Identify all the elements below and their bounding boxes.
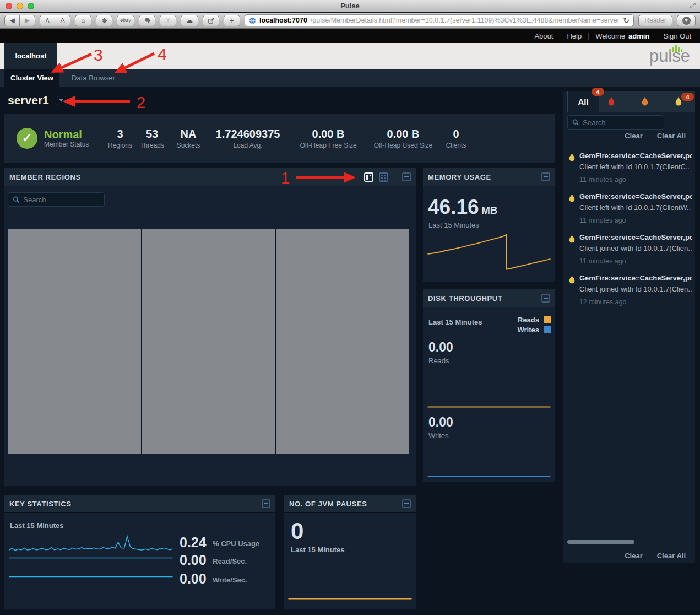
- grid-view-icon[interactable]: [379, 172, 388, 182]
- treemap-view-icon[interactable]: [364, 172, 373, 182]
- downloads-button[interactable]: ▼: [677, 15, 696, 26]
- collapse-icon[interactable]: [262, 499, 270, 508]
- flame-yellow-icon: [568, 275, 576, 284]
- annotation-number-2: 2: [137, 94, 145, 111]
- browser-toolbar: ◀ ▶ A A ⌂ ebay ✳ ☁ + localhost:7070/puls…: [0, 13, 700, 29]
- host-tab[interactable]: localhost: [4, 43, 57, 69]
- key-statistics-panel: KEY STATISTICS Last 15 Minutes 0.24 % CP…: [4, 495, 275, 609]
- warning-count-badge: 4: [681, 93, 694, 101]
- tab-data-browser[interactable]: Data Browser: [65, 69, 122, 87]
- region-block[interactable]: [276, 229, 409, 454]
- stat-threads: 53Threads: [134, 127, 170, 149]
- member-statusbar: ✓ Normal Member Status 3Regions 53Thread…: [4, 114, 555, 163]
- collapse-icon[interactable]: [541, 172, 550, 181]
- member-regions-title: MEMBER REGIONS: [9, 173, 81, 181]
- legend-reads: Reads: [518, 316, 551, 324]
- stat-offheap-used: 0.00 BOff-Heap Used Size: [367, 127, 439, 149]
- pulse-logo: pulse: [649, 46, 690, 66]
- share-button[interactable]: [203, 15, 219, 26]
- reader-button[interactable]: Reader: [638, 15, 672, 26]
- cpu-usage-label: % CPU Usage: [213, 540, 259, 548]
- regions-search-input[interactable]: [23, 196, 100, 204]
- collapse-icon[interactable]: [402, 172, 411, 181]
- clear-link[interactable]: Clear: [625, 132, 643, 140]
- ebay-button[interactable]: ebay: [117, 15, 134, 26]
- new-tab-button[interactable]: +: [224, 15, 240, 26]
- evernote-elephant-icon[interactable]: [139, 15, 155, 26]
- disk-throughput-title: DISK THROUGHPUT: [428, 294, 502, 303]
- divider: [560, 33, 560, 40]
- stat-sockets: NASockets: [170, 127, 207, 149]
- chevron-down-icon: [59, 99, 63, 102]
- reads-swatch: [544, 316, 551, 323]
- divider: [656, 33, 656, 40]
- alert-item[interactable]: GemFire:service=CacheServer,port=404 Cli…: [568, 274, 692, 306]
- jvm-pauses-period: Last 15 Minutes: [291, 546, 345, 554]
- clear-all-link[interactable]: Clear All: [657, 132, 686, 140]
- disk-writes-chart: [427, 437, 551, 477]
- alert-item[interactable]: GemFire:service=CacheServer,port=404 Cli…: [568, 192, 692, 224]
- horizontal-scrollbar[interactable]: [567, 540, 634, 544]
- tab-warning-alerts[interactable]: 4: [661, 91, 695, 112]
- disk-throughput-panel: DISK THROUGHPUT Last 15 Minutes Reads Wr…: [423, 289, 555, 482]
- cpu-usage-value: 0.24: [180, 535, 207, 551]
- stat-regions: 3Regions: [106, 127, 134, 149]
- url-path: /pulse/MemberDetails.html?member=10.0.1.…: [311, 17, 620, 24]
- disk-period: Last 15 Minutes: [428, 318, 482, 326]
- write-sec-chart: [8, 565, 173, 578]
- search-icon: [13, 196, 19, 203]
- globe-favicon: [249, 17, 256, 24]
- tab-cluster-view[interactable]: Cluster View: [4, 69, 59, 87]
- key-stats-period: Last 15 Minutes: [10, 521, 64, 530]
- forward-button[interactable]: ▶: [20, 15, 35, 26]
- jvm-pauses-chart: [287, 576, 413, 600]
- icloud-button[interactable]: ☁: [181, 15, 198, 26]
- write-sec-value: 0.00: [180, 571, 207, 587]
- alert-item[interactable]: GemFire:service=CacheServer,port=404 Cli…: [568, 152, 692, 184]
- disk-writes-value: 0.00: [428, 415, 453, 430]
- signout-link[interactable]: Sign Out: [663, 32, 691, 40]
- home-button[interactable]: ⌂: [75, 15, 91, 26]
- disk-reads-label: Reads: [428, 357, 449, 365]
- window-titlebar: Pulse ⤢: [0, 0, 700, 12]
- read-sec-label: Read/Sec.: [213, 557, 247, 565]
- alerts-search-input[interactable]: [583, 118, 659, 127]
- clear-link-bottom[interactable]: Clear: [625, 552, 643, 560]
- app-topbar: About Help Welcome admin Sign Out: [0, 29, 700, 43]
- member-dropdown-button[interactable]: [57, 96, 66, 105]
- alert-item[interactable]: GemFire:service=CacheServer,port=404 Cli…: [568, 233, 692, 265]
- resize-icon[interactable]: ⤢: [690, 1, 696, 10]
- writes-swatch: [544, 326, 551, 333]
- bookmark-diamond-icon[interactable]: [96, 15, 112, 26]
- collapse-icon[interactable]: [402, 499, 411, 508]
- tab-all-alerts[interactable]: All 4: [567, 91, 599, 112]
- member-name-heading: server1: [8, 94, 49, 107]
- memory-usage-chart: [427, 230, 551, 278]
- status-state-label: Member Status: [44, 141, 89, 148]
- font-smaller-button[interactable]: A: [40, 15, 55, 26]
- key-statistics-title: KEY STATISTICS: [9, 500, 71, 508]
- help-link[interactable]: Help: [567, 32, 582, 40]
- refresh-icon[interactable]: ↻: [623, 16, 630, 25]
- font-larger-button[interactable]: A: [55, 15, 70, 26]
- region-block[interactable]: [142, 229, 275, 454]
- flame-yellow-icon: [568, 153, 576, 162]
- snapback-asterisk-icon[interactable]: ✳: [160, 15, 176, 26]
- region-block[interactable]: [8, 229, 141, 454]
- collapse-icon[interactable]: [541, 294, 550, 303]
- tab-error-alerts[interactable]: [628, 91, 662, 112]
- back-button[interactable]: ◀: [4, 15, 20, 26]
- memory-value: 46.16: [428, 196, 479, 218]
- jvm-pauses-title: NO. OF JVM PAUSES: [289, 500, 367, 508]
- divider: [588, 33, 589, 40]
- clear-all-link-bottom[interactable]: Clear All: [657, 552, 686, 560]
- jvm-pauses-value: 0: [291, 518, 303, 544]
- read-sec-value: 0.00: [180, 552, 207, 568]
- about-link[interactable]: About: [534, 32, 553, 40]
- search-icon: [572, 118, 579, 126]
- write-sec-label: Write/Sec.: [213, 576, 247, 584]
- url-host: localhost:7070: [259, 17, 307, 24]
- address-bar[interactable]: localhost:7070/pulse/MemberDetails.html?…: [245, 14, 634, 26]
- read-sec-chart: [8, 547, 173, 559]
- all-count-badge: 4: [592, 88, 604, 96]
